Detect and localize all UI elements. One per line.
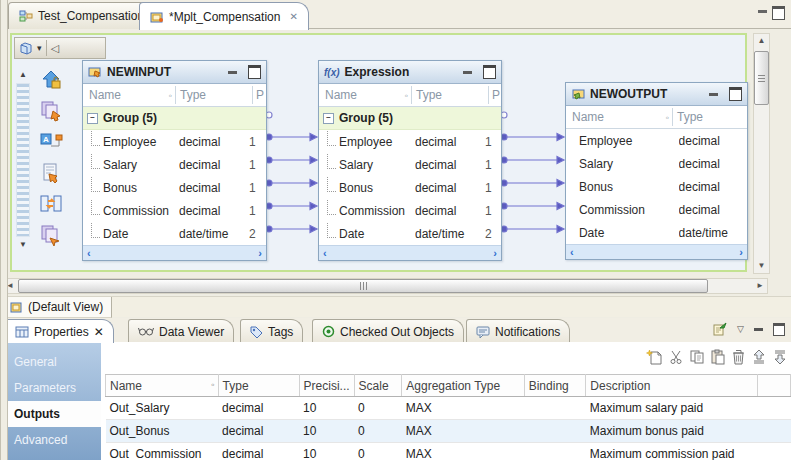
port-row[interactable]: Salarydecimal (566, 152, 747, 175)
close-icon[interactable]: ✕ (94, 325, 104, 339)
port-row[interactable]: Salarydecimal1 (319, 153, 501, 176)
column-header-name[interactable]: Name◦ (106, 375, 219, 397)
tab-properties[interactable]: Properties ✕ (5, 319, 114, 343)
port-row[interactable]: Employeedecimal1 (83, 130, 266, 153)
collapse-icon[interactable]: − (87, 113, 98, 124)
sidebar-item-advanced[interactable]: Advanced (4, 427, 101, 453)
box-column-headers: Name◦ Type Pr (83, 84, 266, 107)
cut-icon[interactable] (668, 349, 684, 365)
transformation-box-newinput[interactable]: NEWINPUT Name◦ Type Pr − Group (5) Emplo… (82, 60, 267, 261)
tab-checked-out-objects[interactable]: Checked Out Objects (312, 319, 464, 343)
port-row[interactable]: Bonusdecimal1 (83, 176, 266, 199)
column-header-type[interactable]: Type (218, 375, 299, 397)
box-minimize-icon[interactable] (463, 71, 472, 74)
properties-icon (15, 326, 29, 338)
horizontal-scroll-thumb[interactable] (18, 279, 708, 293)
panel-maximize-icon[interactable] (773, 323, 785, 336)
column-header-scale[interactable]: Scale (354, 375, 402, 397)
output-transformation-icon (571, 88, 585, 100)
box-horizontal-scrollbar[interactable]: ‹ › (566, 244, 747, 259)
copy-icon[interactable] (689, 349, 705, 365)
box-title: Expression (345, 65, 410, 79)
box-horizontal-scrollbar[interactable]: ‹ › (83, 245, 266, 260)
new-port-icon[interactable] (646, 349, 663, 365)
collapse-icon[interactable]: − (323, 113, 334, 124)
view-menu-chevron-icon[interactable]: ▽ (737, 324, 744, 334)
tab-tags[interactable]: Tags (240, 319, 303, 343)
box-title-bar[interactable]: NEWOUTPUT (566, 83, 747, 106)
editor-maximize-button[interactable] (772, 6, 785, 20)
table-row[interactable]: Out_Bonusdecimal 100 MAX Maximum bonus p… (106, 420, 791, 443)
expression-transformation-icon: f(x) (324, 67, 340, 78)
scroll-down-icon[interactable]: ▼ (758, 259, 766, 273)
box-title-bar[interactable]: NEWINPUT (83, 61, 266, 84)
scroll-up-icon[interactable]: ▲ (758, 34, 766, 48)
port-row[interactable]: Employeedecimal1 (319, 130, 501, 153)
port-row[interactable]: Bonusdecimal1 (319, 176, 501, 199)
editor-tab-bar: Test_Compensation *Mplt_Compensation ✕ (0, 0, 791, 29)
transformation-box-newoutput[interactable]: NEWOUTPUT Name◦ Type Employeedecimal Sal… (565, 82, 748, 260)
sidebar-item-general[interactable]: General (4, 349, 101, 375)
port-row[interactable]: Commissiondecimal (566, 198, 747, 221)
move-up-icon[interactable] (751, 349, 767, 365)
box-restore-icon[interactable] (483, 65, 496, 79)
port-row[interactable]: Bonusdecimal (566, 175, 747, 198)
group-row[interactable]: − Group (5) (319, 107, 501, 130)
scroll-right-icon[interactable]: ► (753, 279, 767, 293)
column-type: Type (673, 110, 747, 124)
table-row[interactable]: Out_Salarydecimal 100 MAX Maximum salary… (106, 397, 791, 420)
column-name: Name (325, 88, 357, 102)
window-left-edge (0, 0, 8, 460)
panel-minimize-icon[interactable] (754, 328, 763, 331)
move-down-icon[interactable] (772, 349, 788, 365)
port-row[interactable]: Salarydecimal1 (83, 153, 266, 176)
tab-data-viewer[interactable]: Data Viewer (128, 319, 234, 343)
column-header-precision[interactable]: Precisi... (299, 375, 354, 397)
tab-label: Checked Out Objects (340, 325, 454, 339)
table-row[interactable]: Out_Commissiondecimal 100 MAX Maximum co… (106, 443, 791, 460)
checked-out-icon (322, 325, 335, 338)
port-row[interactable]: Commissiondecimal1 (319, 199, 501, 222)
port-row[interactable]: Employeedecimal (566, 129, 747, 152)
pin-editor-icon[interactable] (712, 322, 727, 336)
close-icon[interactable]: ✕ (289, 11, 297, 22)
column-header-binding[interactable]: Binding (524, 375, 586, 397)
scroll-left-icon: ‹ (323, 247, 327, 259)
delete-icon[interactable] (731, 349, 746, 365)
scroll-right-icon: › (739, 246, 743, 258)
column-header-aggregation-type[interactable]: Aggregation Type (402, 375, 524, 397)
sidebar-item-parameters[interactable]: Parameters (4, 375, 101, 401)
port-row[interactable]: Datedate/time2 (83, 222, 266, 245)
group-row[interactable]: − Group (5) (83, 107, 266, 130)
tab-label: *Mplt_Compensation (169, 10, 280, 24)
scroll-left-icon: ‹ (87, 247, 91, 259)
editor-minimize-button[interactable] (758, 10, 767, 13)
transformation-box-expression[interactable]: f(x) Expression Name◦ Type Pr − Group (5… (318, 60, 502, 261)
box-restore-icon[interactable] (729, 87, 742, 101)
tab-mplt-compensation[interactable]: *Mplt_Compensation ✕ (139, 2, 309, 30)
default-view-tab[interactable]: (Default View) (2, 297, 112, 318)
tab-label: Properties (34, 325, 89, 339)
box-horizontal-scrollbar[interactable]: ‹ › (319, 245, 501, 260)
port-row[interactable]: Datedate/time (566, 221, 747, 244)
sidebar-item-outputs[interactable]: Outputs (4, 401, 101, 427)
mapplet-canvas[interactable]: ▾ ◁ ▲ ▼ A (10, 33, 747, 272)
group-label: Group (5) (339, 111, 393, 125)
paste-icon[interactable] (710, 349, 726, 365)
tab-notifications[interactable]: Notifications (466, 319, 570, 343)
box-minimize-icon[interactable] (709, 93, 718, 96)
mapping-icon (19, 10, 33, 23)
properties-panel: General Parameters Outputs Advanced (0, 342, 791, 460)
port-row[interactable]: Commissiondecimal1 (83, 199, 266, 222)
tab-test-compensation[interactable]: Test_Compensation (8, 2, 155, 29)
port-row[interactable]: Datedate/time2 (319, 222, 501, 245)
box-minimize-icon[interactable] (228, 71, 237, 74)
box-title-bar[interactable]: f(x) Expression (319, 61, 501, 84)
box-restore-icon[interactable] (248, 65, 261, 79)
column-name: Name (89, 88, 121, 102)
column-header-description[interactable]: Description (586, 375, 757, 397)
vertical-scroll-thumb[interactable] (754, 51, 769, 105)
canvas-horizontal-scrollbar[interactable]: ◄ ► (2, 278, 768, 294)
column-header-spacer (757, 375, 790, 397)
canvas-vertical-scrollbar[interactable]: ▲ ▼ (753, 33, 770, 274)
